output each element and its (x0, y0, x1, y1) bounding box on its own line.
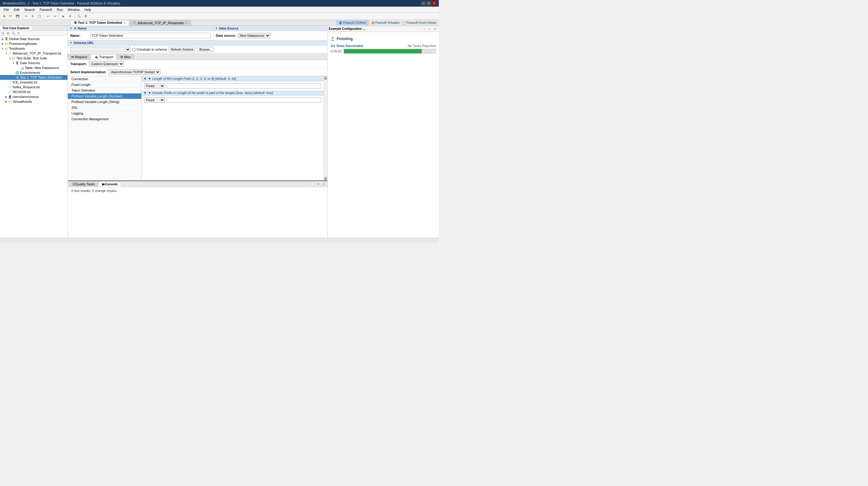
tab-close-icon[interactable]: ✕ (123, 22, 126, 24)
include-prefix-header[interactable]: ▼ ▼ Include Prefix in Length (if the pre… (142, 90, 324, 96)
env-icon: 🌐 (15, 70, 19, 75)
toolbar-undo[interactable]: ↩ (45, 13, 51, 19)
tree-item-testsuite[interactable]: ▼ 📋 Test Suite: Test Suite (0, 56, 67, 61)
transport-menu-connection[interactable]: Connection (68, 76, 141, 82)
tab-virtualize[interactable]: 🔶 Parasoft Virtualize (371, 21, 400, 24)
toolbar-open[interactable]: 📂 (8, 13, 14, 19)
constrain-checkbox[interactable] (132, 48, 135, 51)
quality-label: Quality Tasks (75, 182, 95, 186)
tree-item-table-datasource[interactable]: 📊 Table: New Datasource (0, 65, 67, 70)
toolbar-settings[interactable]: ⚙ (83, 13, 89, 19)
transport-config-panel: ▼ ▼ Length of the Length Field (1, 2, 3,… (142, 76, 324, 181)
tree-item-datasources[interactable]: ▼ 🗄 Data Sources (0, 61, 67, 65)
toolbar-cut[interactable]: ✂ (23, 13, 29, 19)
console-clear-btn[interactable]: ✕ (316, 182, 321, 186)
minimize-button[interactable]: ─ (421, 1, 426, 5)
browse-button[interactable]: Browse... (197, 47, 214, 52)
transport-menu-token-delimited[interactable]: Token Delimited (68, 88, 141, 93)
tree-item-advanced-tcp[interactable]: ▼ 📄 Advanced_TCP_IP_Transport.tst (0, 51, 67, 56)
panel-tab-bar: Test Case Explorer (0, 26, 67, 31)
tree-item-environments[interactable]: 🌐 Environments (0, 70, 67, 75)
tree-item-virtual-assets[interactable]: ▶ 📁 VirtualAssets (0, 99, 67, 104)
toolbar-copy[interactable]: ⎘ (30, 13, 36, 19)
tab-request[interactable]: ✉ Request (68, 54, 90, 60)
include-prefix-input[interactable] (167, 97, 321, 103)
tab-tcp-token-delimited[interactable]: ⚙ Test 1: TCP Token Delimited ✕ (70, 20, 129, 26)
transport-menu-prefixed-string[interactable]: Prefixed Variable-Length (String) (68, 99, 141, 105)
tree-label: Test 1: TCP Token Delimited (20, 76, 61, 79)
menu-parasoft[interactable]: Parasoft (37, 7, 55, 12)
tree-item-kafka[interactable]: 📄 Kafka_Request.tst (0, 85, 67, 90)
tree-label: Kafka_Request.tst (13, 85, 40, 89)
panel-btn-collapse[interactable]: ⊟ (1, 31, 5, 35)
transport-menu-ssl[interactable]: SSL (68, 105, 141, 110)
transport-select[interactable]: Custom Extension (89, 61, 124, 67)
length-field-section: ▼ ▼ Length of the Length Field (1, 2, 3,… (142, 76, 324, 90)
toolbar-save[interactable]: 💾 (14, 13, 21, 19)
schema-type-select[interactable] (70, 47, 130, 52)
tab-quality-tasks[interactable]: ☑ Quality Tasks (69, 182, 98, 187)
menu-file[interactable]: File (1, 7, 11, 12)
transport-menu-connection-mgmt[interactable]: Connection Management (68, 116, 141, 122)
right-panel-min-btn[interactable]: ─ (422, 27, 427, 31)
constrain-checkbox-group: Constrain to schema (132, 47, 167, 51)
toolbar-paste[interactable]: 📋 (36, 13, 42, 19)
panel-btn-expand[interactable]: ⊞ (6, 31, 10, 35)
scroll-up-arrow[interactable]: ▲ (324, 76, 328, 80)
transport-menu-logging[interactable]: Logging (68, 110, 141, 116)
maximize-button[interactable]: □ (427, 1, 431, 5)
scroll-down-arrow[interactable]: ▼ (324, 177, 328, 181)
menu-help[interactable]: Help (82, 7, 94, 12)
length-field-header[interactable]: ▼ ▼ Length of the Length Field (1, 2, 3,… (142, 76, 324, 82)
panel-btn-filter[interactable]: 🔍 (11, 31, 16, 35)
transport-menu-prefixed-number[interactable]: Prefixed Variable-Length (Number) (68, 93, 141, 99)
spinner-icon: ⏳ (331, 37, 335, 41)
refresh-schema-button[interactable]: Refresh Schema (169, 47, 195, 52)
toolbar-debug[interactable]: ⏸ (67, 13, 73, 19)
transport-menu-fixed-length[interactable]: Fixed Length (68, 82, 141, 88)
tree-item-test1-tcp[interactable]: ⚙ Test 1: TCP Token Delimited (0, 75, 67, 80)
console-copy-btn[interactable]: ⎘ (321, 182, 326, 186)
include-prefix-select[interactable]: Fixed (144, 97, 165, 103)
menu-search[interactable]: Search (22, 7, 37, 12)
tree-item-ice-example[interactable]: 📄 ICE_Example.tst (0, 80, 67, 85)
arrow-icon: ▼ (1, 47, 4, 50)
tab-advanced-tcp[interactable]: 🔧 Advanced_TCP_IP_Responder ✕ (130, 20, 191, 26)
datasource-section: ▼ Data Source Data source: New Datasourc… (213, 26, 327, 40)
toolbar-run[interactable]: ▶ (61, 13, 67, 19)
ds-arrow-icon: ▼ (215, 27, 218, 30)
datasource-select[interactable]: New Datasource (238, 33, 270, 38)
file-icon: 📄 (8, 85, 12, 89)
menu-run[interactable]: Run (55, 7, 65, 12)
tab2-close-icon[interactable]: ✕ (185, 22, 188, 24)
tree-item-global-datasources[interactable]: ▶ 🗄 Global Data Sources (0, 36, 67, 41)
length-field-input[interactable] (167, 83, 321, 89)
menu-window[interactable]: Window (65, 7, 82, 12)
name-input[interactable] (90, 33, 211, 38)
toolbar-sep3 (59, 14, 59, 19)
tab-transport[interactable]: 🔌 Transport (91, 54, 117, 60)
tab-console[interactable]: ▶ Console (99, 182, 121, 187)
tree-item-testassets[interactable]: ▼ 📁 TestAssets (0, 46, 67, 51)
toolbar-search[interactable]: 🔍 (76, 13, 82, 19)
menu-edit[interactable]: Edit (11, 7, 22, 12)
toolbar-new[interactable]: ⊕ (1, 13, 7, 19)
vertical-scrollbar[interactable]: ▲ ▼ (324, 76, 327, 181)
name-label: Name: (70, 34, 88, 37)
panel-btn-sync[interactable]: ↺ (16, 31, 21, 35)
toolbar-redo[interactable]: ↪ (52, 13, 58, 19)
tab-misc[interactable]: ⚙ Misc (117, 54, 134, 60)
length-field-select[interactable]: Fixed (144, 83, 165, 89)
impl-select[interactable]: Asynchronous TCP/IP Socket (109, 69, 160, 75)
tree-item-provisioning[interactable]: ▶ 📁 ProvisioningAssets (0, 41, 67, 46)
tab-event-details[interactable]: 📋 Parasoft Event Details (402, 21, 436, 24)
tree-item-ndjson[interactable]: 📄 NDJSON.tst (0, 90, 67, 94)
right-panel-max-btn[interactable]: □ (427, 27, 432, 31)
panel-tab-testcase[interactable]: Test Case Explorer (0, 26, 32, 30)
right-panel-tab-header: Example Configuration ... (329, 27, 365, 30)
datasource-icon: 🗄 (15, 61, 19, 65)
right-panel-close-btn[interactable]: ✕ (433, 27, 438, 31)
tab-soatest[interactable]: 🔷 Parasoft SOAtest (336, 21, 368, 25)
tree-item-users[interactable]: ▶ 👤 users/anonymous (0, 94, 67, 99)
close-button[interactable]: ✕ (432, 1, 436, 5)
